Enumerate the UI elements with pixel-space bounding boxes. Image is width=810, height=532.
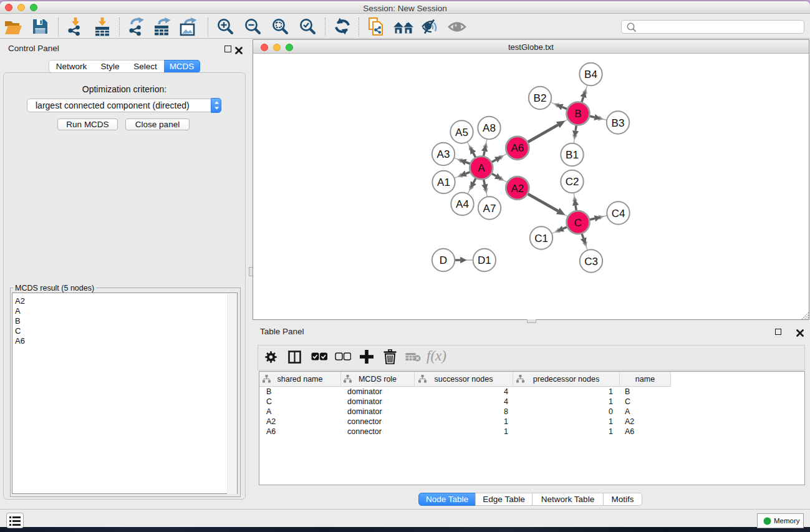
svg-text:A4: A4 — [456, 198, 469, 210]
svg-text:A7: A7 — [483, 203, 496, 215]
svg-text:B1: B1 — [566, 149, 579, 161]
svg-text:D1: D1 — [478, 254, 491, 266]
svg-text:B2: B2 — [534, 92, 547, 104]
svg-text:C3: C3 — [584, 256, 598, 268]
svg-text:C1: C1 — [534, 233, 548, 244]
svg-text:C: C — [574, 217, 582, 229]
svg-text:A3: A3 — [437, 148, 450, 160]
svg-text:C4: C4 — [612, 208, 625, 220]
svg-text:A5: A5 — [455, 127, 468, 138]
svg-text:B3: B3 — [612, 117, 625, 129]
svg-text:A6: A6 — [511, 142, 524, 154]
svg-text:A2: A2 — [511, 183, 524, 195]
svg-text:A1: A1 — [437, 177, 450, 188]
svg-text:A: A — [478, 162, 485, 174]
svg-text:B4: B4 — [584, 69, 597, 80]
svg-text:D: D — [440, 254, 447, 266]
svg-text:B: B — [574, 108, 581, 120]
svg-text:C2: C2 — [566, 176, 579, 188]
svg-text:A8: A8 — [483, 122, 496, 134]
